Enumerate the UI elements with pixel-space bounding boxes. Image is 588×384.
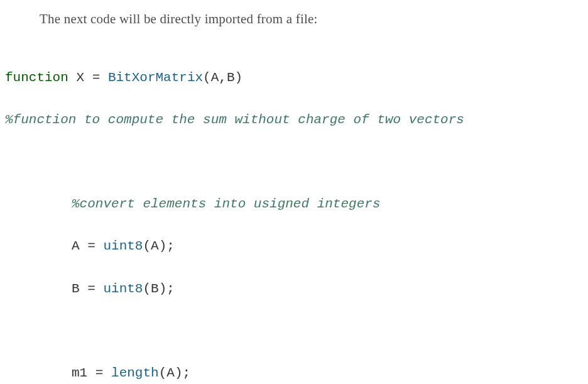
code-block: function X = BitXorMatrix(A,B) %function… [5,46,588,384]
code-line-2: %function to compute the sum without cha… [5,109,588,131]
lhs-var: m1 [72,366,87,380]
code-line-4: %convert elements into usigned integers [5,194,588,215]
equals: = [87,282,95,296]
code-line-1: function X = BitXorMatrix(A,B) [5,67,588,89]
code-line-8: m1 = length(A); [5,363,588,384]
args: (A); [143,239,174,253]
code-line-6: B = uint8(B); [5,278,588,300]
equals: = [92,70,101,85]
lhs-var: A [72,239,80,253]
equals: = [87,239,95,253]
equals: = [95,366,104,380]
intro-text: The next code will be directly imported … [5,11,588,27]
keyword-function: function [5,70,68,85]
args: (A); [159,366,190,380]
lhs-var: X [76,70,84,85]
comment: %convert elements into usigned integers [72,197,380,211]
builtin-uint8: uint8 [103,282,143,296]
comment: %function to compute the sum without cha… [5,112,464,127]
function-name: BitXorMatrix [108,70,203,85]
args: (A,B) [203,70,242,85]
args: (B); [143,282,174,296]
builtin-uint8: uint8 [103,239,143,253]
blank-line [5,321,588,342]
builtin-length: length [111,366,159,380]
blank-line [5,151,588,173]
lhs-var: B [72,282,80,296]
code-line-5: A = uint8(A); [5,236,588,257]
